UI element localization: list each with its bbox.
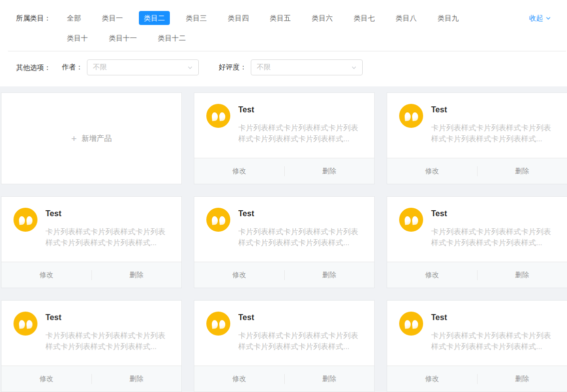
delete-button[interactable]: 删除	[477, 158, 567, 184]
modify-button[interactable]: 修改	[387, 366, 477, 392]
other-filter-row: 其他选项： 作者： 不限 好评度： 不限	[16, 51, 551, 86]
filter-panel: 所属类目： 全部类目一类目二类目三类目四类目五类目六类目七类目八类目九类目十类目…	[0, 0, 567, 86]
quote-comma-shape	[18, 320, 25, 329]
card-description: 卡片列表样式卡片列表样式卡片列表样式卡片列表样式卡片列表样式...	[238, 226, 362, 248]
quote-avatar-icon	[399, 208, 423, 232]
card-title: Test	[431, 208, 555, 220]
modify-button[interactable]: 修改	[194, 262, 284, 288]
product-card: Test 卡片列表样式卡片列表样式卡片列表样式卡片列表样式卡片列表样式... 修…	[387, 92, 567, 184]
card-title: Test	[45, 312, 169, 324]
delete-button[interactable]: 删除	[284, 262, 374, 288]
category-filter-label: 所属类目：	[16, 11, 62, 25]
card-body: Test 卡片列表样式卡片列表样式卡片列表样式卡片列表样式卡片列表样式...	[1, 197, 181, 262]
card-body: Test 卡片列表样式卡片列表样式卡片列表样式卡片列表样式卡片列表样式...	[1, 301, 181, 366]
card-body: Test 卡片列表样式卡片列表样式卡片列表样式卡片列表样式卡片列表样式...	[387, 93, 567, 158]
category-tag[interactable]: 全部	[62, 11, 86, 25]
card-title: Test	[431, 104, 555, 116]
category-tag[interactable]: 类目十一	[104, 31, 142, 45]
card-description: 卡片列表样式卡片列表样式卡片列表样式卡片列表样式卡片列表样式...	[238, 122, 362, 144]
delete-button[interactable]: 删除	[477, 366, 567, 392]
card-actions: 修改 删除	[194, 262, 374, 288]
quote-avatar-icon	[13, 208, 37, 232]
card-grid: + 新增产品 Test 卡片列表样式卡片列表样式卡片列表样式卡片列表样式卡片列表…	[0, 86, 567, 392]
card-actions: 修改 删除	[1, 262, 181, 288]
category-filter-row: 所属类目： 全部类目一类目二类目三类目四类目五类目六类目七类目八类目九类目十类目…	[16, 11, 551, 51]
category-tag[interactable]: 类目一	[97, 11, 128, 25]
collapse-button[interactable]: 收起	[529, 13, 551, 23]
add-product-card[interactable]: + 新增产品	[1, 92, 182, 184]
modify-button[interactable]: 修改	[387, 262, 477, 288]
delete-button[interactable]: 删除	[91, 366, 181, 392]
card-body: Test 卡片列表样式卡片列表样式卡片列表样式卡片列表样式卡片列表样式...	[387, 197, 567, 262]
card-meta: Test 卡片列表样式卡片列表样式卡片列表样式卡片列表样式卡片列表样式...	[431, 312, 555, 366]
category-tag[interactable]: 类目十二	[153, 31, 191, 45]
quote-avatar-icon	[206, 104, 230, 128]
quote-comma-shape	[211, 320, 218, 329]
plus-icon: +	[71, 134, 76, 143]
category-tag[interactable]: 类目七	[349, 11, 380, 25]
category-tag[interactable]: 类目三	[181, 11, 212, 25]
rating-label: 好评度：	[219, 63, 247, 72]
product-card: Test 卡片列表样式卡片列表样式卡片列表样式卡片列表样式卡片列表样式... 修…	[387, 196, 567, 288]
card-actions: 修改 删除	[387, 262, 567, 288]
category-tag[interactable]: 类目五	[265, 11, 296, 25]
quote-comma-shape	[412, 112, 419, 121]
delete-button[interactable]: 删除	[284, 158, 374, 184]
category-tag[interactable]: 类目九	[433, 11, 464, 25]
quote-comma-shape	[404, 112, 411, 121]
card-title: Test	[238, 208, 362, 220]
collapse-label: 收起	[529, 13, 543, 23]
quote-comma-shape	[211, 216, 218, 225]
category-tag[interactable]: 类目六	[307, 11, 338, 25]
card-meta: Test 卡片列表样式卡片列表样式卡片列表样式卡片列表样式卡片列表样式...	[45, 208, 169, 262]
card-description: 卡片列表样式卡片列表样式卡片列表样式卡片列表样式卡片列表样式...	[45, 330, 169, 352]
card-title: Test	[238, 312, 362, 324]
delete-button[interactable]: 删除	[477, 262, 567, 288]
product-card: Test 卡片列表样式卡片列表样式卡片列表样式卡片列表样式卡片列表样式... 修…	[194, 196, 375, 288]
author-select-value: 不限	[93, 63, 107, 72]
add-product-label: 新增产品	[82, 134, 112, 143]
quote-comma-shape	[26, 320, 33, 329]
category-tag[interactable]: 类目四	[223, 11, 254, 25]
quote-avatar-icon	[399, 104, 423, 128]
chevron-down-icon	[187, 65, 193, 70]
product-card: Test 卡片列表样式卡片列表样式卡片列表样式卡片列表样式卡片列表样式... 修…	[387, 300, 567, 392]
author-filter-group: 作者： 不限	[62, 59, 199, 75]
modify-button[interactable]: 修改	[194, 158, 284, 184]
rating-select[interactable]: 不限	[251, 59, 363, 75]
card-meta: Test 卡片列表样式卡片列表样式卡片列表样式卡片列表样式卡片列表样式...	[431, 208, 555, 262]
quote-avatar-icon	[399, 312, 423, 336]
card-title: Test	[238, 104, 362, 116]
chevron-down-icon	[351, 65, 357, 70]
other-filter-label: 其他选项：	[16, 60, 62, 74]
card-title: Test	[45, 208, 169, 220]
category-tags: 全部类目一类目二类目三类目四类目五类目六类目七类目八类目九类目十类目十一类目十二	[62, 11, 551, 51]
card-meta: Test 卡片列表样式卡片列表样式卡片列表样式卡片列表样式卡片列表样式...	[238, 312, 362, 366]
delete-button[interactable]: 删除	[91, 262, 181, 288]
modify-button[interactable]: 修改	[1, 262, 91, 288]
card-description: 卡片列表样式卡片列表样式卡片列表样式卡片列表样式卡片列表样式...	[431, 122, 555, 144]
page: 所属类目： 全部类目一类目二类目三类目四类目五类目六类目七类目八类目九类目十类目…	[0, 0, 567, 392]
card-body: Test 卡片列表样式卡片列表样式卡片列表样式卡片列表样式卡片列表样式...	[194, 197, 374, 262]
author-select[interactable]: 不限	[87, 59, 199, 75]
card-actions: 修改 删除	[1, 366, 181, 392]
quote-avatar-icon	[13, 312, 37, 336]
modify-button[interactable]: 修改	[387, 158, 477, 184]
product-card: Test 卡片列表样式卡片列表样式卡片列表样式卡片列表样式卡片列表样式... 修…	[194, 300, 375, 392]
card-description: 卡片列表样式卡片列表样式卡片列表样式卡片列表样式卡片列表样式...	[238, 330, 362, 352]
card-body: Test 卡片列表样式卡片列表样式卡片列表样式卡片列表样式卡片列表样式...	[194, 93, 374, 158]
card-meta: Test 卡片列表样式卡片列表样式卡片列表样式卡片列表样式卡片列表样式...	[431, 104, 555, 158]
modify-button[interactable]: 修改	[1, 366, 91, 392]
quote-comma-shape	[18, 216, 25, 225]
card-actions: 修改 删除	[194, 158, 374, 184]
category-tag[interactable]: 类目十	[62, 31, 93, 45]
card-actions: 修改 删除	[387, 366, 567, 392]
quote-avatar-icon	[206, 208, 230, 232]
category-tag[interactable]: 类目八	[391, 11, 422, 25]
product-card: Test 卡片列表样式卡片列表样式卡片列表样式卡片列表样式卡片列表样式... 修…	[1, 196, 182, 288]
modify-button[interactable]: 修改	[194, 366, 284, 392]
delete-button[interactable]: 删除	[284, 366, 374, 392]
quote-comma-shape	[412, 320, 419, 329]
category-tag[interactable]: 类目二	[139, 11, 170, 25]
quote-comma-shape	[219, 320, 226, 329]
